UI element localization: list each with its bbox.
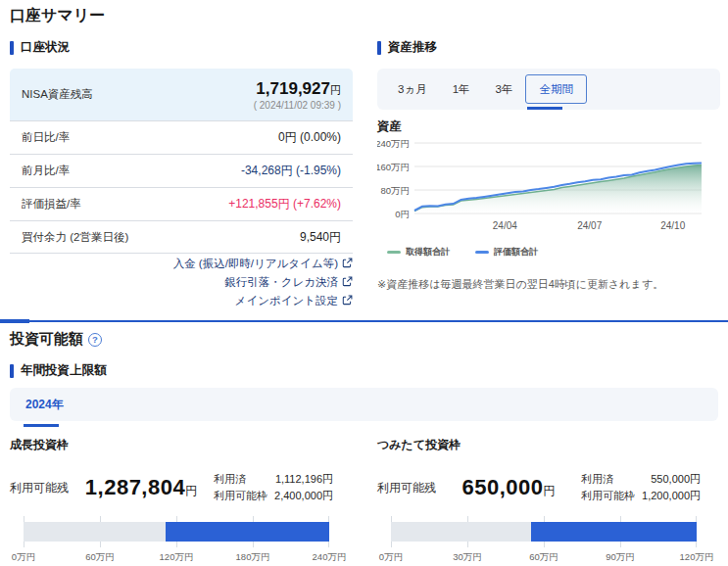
section-accent-bar bbox=[10, 364, 14, 378]
progress-track bbox=[391, 522, 697, 542]
asset-chart-svg: 0円80万円160万円240万円24/0424/0724/10 bbox=[377, 133, 705, 239]
legend-valuation: 評価額合計 bbox=[475, 246, 538, 259]
row-label: 前月比/率 bbox=[22, 164, 70, 178]
quota-label: 利用可能枠 bbox=[214, 488, 267, 504]
tab-3years[interactable]: 3年 bbox=[483, 74, 526, 104]
table-row: 前日比/率 0円 (0.00%) bbox=[10, 120, 353, 154]
nisa-balance-label: NISA資産残高 bbox=[22, 87, 93, 102]
section-divider bbox=[0, 320, 728, 322]
remaining-label: 利用可能残 bbox=[10, 480, 69, 496]
svg-text:0円: 0円 bbox=[395, 209, 410, 219]
svg-text:240万円: 240万円 bbox=[377, 138, 410, 149]
usage-table: 利用済1,112,196円 利用可能枠2,400,000円 bbox=[214, 471, 333, 504]
row-value: +121,855円 (+7.62%) bbox=[228, 196, 341, 212]
svg-text:24/07: 24/07 bbox=[577, 220, 602, 231]
chart-range-tabs: 3ヵ月 1年 3年 全期間 bbox=[377, 69, 720, 110]
row-value: 0円 (0.00%) bbox=[278, 129, 341, 146]
chart-update-note: ※資産推移は毎週最終営業日の翌日4時頃に更新されます。 bbox=[377, 277, 663, 292]
section-accent-bar bbox=[10, 41, 14, 55]
used-value: 550,000円 bbox=[651, 471, 701, 488]
used-value: 1,112,196円 bbox=[275, 471, 333, 488]
annual-limit-header: 年間投資上限額 bbox=[10, 362, 107, 379]
chart-legend: 取得額合計 評価額合計 bbox=[387, 246, 538, 259]
account-summary-card: NISA資産残高 1,719,927円 ( 2024/11/02 09:39 )… bbox=[10, 69, 353, 254]
nisa-balance-timestamp: ( 2024/11/02 09:39 ) bbox=[254, 100, 341, 111]
asset-transition-heading: 資産推移 bbox=[388, 39, 437, 56]
row-label: 買付余力 (2営業日後) bbox=[22, 230, 128, 245]
bar-scale: 0万円 30万円 60万円 90万円 120万円 bbox=[391, 551, 697, 564]
year-tab-indicator bbox=[24, 424, 59, 427]
asset-chart: 0円80万円160万円240万円24/0424/0724/10 bbox=[377, 133, 705, 239]
quota-value: 1,200,000円 bbox=[642, 488, 701, 504]
remaining-amount: 1,287,804円 bbox=[69, 475, 214, 500]
tsumitate-quota-block: つみたて投資枠 利用可能残 650,000円 利用済550,000円 利用可能枠… bbox=[377, 437, 701, 564]
progress-track bbox=[24, 522, 329, 542]
tab-1year[interactable]: 1年 bbox=[440, 74, 483, 104]
divider-accent bbox=[0, 319, 29, 323]
main-point-settings-link[interactable]: メインポイント設定 bbox=[10, 292, 353, 310]
external-link-icon bbox=[342, 295, 353, 306]
account-status-heading: 口座状況 bbox=[21, 39, 70, 56]
account-links: 入金 (振込/即時/リアルタイム等) 銀行引落・クレカ決済 メインポイント設定 bbox=[10, 255, 353, 310]
tsumitate-quota-title: つみたて投資枠 bbox=[377, 437, 701, 453]
nisa-balance-unit: 円 bbox=[330, 84, 341, 96]
table-row: 評価損益/率 +121,855円 (+7.62%) bbox=[10, 187, 353, 220]
investable-title: 投資可能額 ? bbox=[10, 330, 102, 349]
asset-transition-header: 資産推移 bbox=[377, 39, 437, 56]
used-segment bbox=[391, 522, 531, 542]
svg-text:80万円: 80万円 bbox=[380, 185, 410, 196]
selected-tab-indicator bbox=[527, 107, 562, 110]
used-segment bbox=[24, 522, 166, 542]
usage-progress-bar bbox=[391, 516, 697, 547]
bar-scale: 0万円 60万円 120万円 180万円 240万円 bbox=[24, 551, 329, 564]
remaining-amount: 650,000円 bbox=[436, 475, 581, 500]
external-link-icon bbox=[342, 258, 353, 268]
remaining-label: 利用可能残 bbox=[377, 480, 436, 496]
table-row: 買付余力 (2営業日後) 9,540円 bbox=[10, 220, 353, 254]
section-accent-bar bbox=[377, 41, 381, 55]
svg-text:24/10: 24/10 bbox=[660, 220, 685, 231]
row-label: 評価損益/率 bbox=[22, 197, 81, 212]
used-label: 利用済 bbox=[214, 471, 246, 488]
growth-quota-title: 成長投資枠 bbox=[10, 437, 333, 453]
account-status-header: 口座状況 bbox=[10, 39, 70, 56]
svg-text:24/04: 24/04 bbox=[493, 220, 517, 231]
usage-table: 利用済550,000円 利用可能枠1,200,000円 bbox=[581, 471, 701, 504]
row-value: 9,540円 bbox=[300, 229, 341, 246]
help-icon[interactable]: ? bbox=[88, 333, 102, 347]
tab-all-period[interactable]: 全期間 bbox=[525, 74, 587, 104]
tab-2024[interactable]: 2024年 bbox=[25, 397, 64, 413]
annual-limit-heading: 年間投資上限額 bbox=[21, 362, 107, 379]
deposit-link[interactable]: 入金 (振込/即時/リアルタイム等) bbox=[10, 255, 353, 273]
tab-3months[interactable]: 3ヵ月 bbox=[385, 74, 440, 104]
used-label: 利用済 bbox=[581, 471, 613, 488]
row-value: -34,268円 (-1.95%) bbox=[241, 163, 341, 179]
row-label: 前日比/率 bbox=[22, 130, 70, 145]
acquisition-line-swatch bbox=[387, 251, 401, 254]
page-title: 口座サマリー bbox=[10, 6, 105, 26]
legend-acquisition: 取得額合計 bbox=[387, 246, 450, 259]
svg-text:160万円: 160万円 bbox=[377, 162, 410, 172]
growth-quota-block: 成長投資枠 利用可能残 1,287,804円 利用済1,112,196円 利用可… bbox=[10, 437, 333, 564]
table-row: 前月比/率 -34,268円 (-1.95%) bbox=[10, 154, 353, 187]
nisa-balance-row: NISA資産残高 1,719,927円 ( 2024/11/02 09:39 ) bbox=[10, 69, 353, 120]
nisa-balance-value: 1,719,927円 bbox=[256, 79, 341, 98]
quota-value: 2,400,000円 bbox=[274, 488, 333, 504]
year-tabs: 2024年 bbox=[10, 388, 718, 421]
quota-label: 利用可能枠 bbox=[581, 488, 635, 504]
valuation-line-swatch bbox=[475, 251, 489, 254]
external-link-icon bbox=[342, 276, 353, 287]
bank-debit-link[interactable]: 銀行引落・クレカ決済 bbox=[10, 273, 353, 292]
usage-progress-bar bbox=[24, 516, 329, 547]
